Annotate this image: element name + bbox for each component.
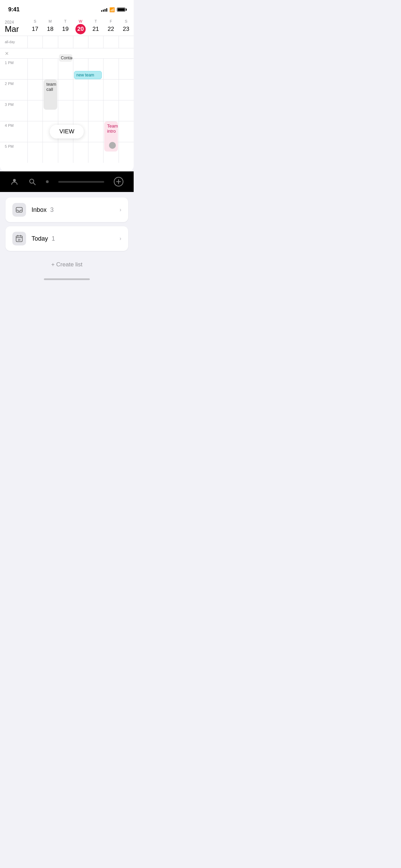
create-list-card[interactable]: + Create list <box>5 255 128 274</box>
day-col-0[interactable]: S17 <box>27 19 42 34</box>
event-contact[interactable]: Contac <box>59 54 72 62</box>
day-cell-2pm-3 <box>73 80 88 100</box>
day-cell-1pm-0 <box>27 59 42 79</box>
tab-add-icon[interactable] <box>114 177 123 186</box>
day-col-3[interactable]: W20 <box>73 19 88 34</box>
allday-label: all-day <box>0 36 27 48</box>
day-cell-2pm-0 <box>27 80 42 100</box>
day-cell-4pm-0 <box>27 121 42 142</box>
event-team-intro-avatar <box>109 142 116 149</box>
view-button[interactable]: VIEW <box>50 125 84 138</box>
day-col-4[interactable]: T21 <box>88 19 103 34</box>
day-number-6: 23 <box>121 24 131 34</box>
day-letter-6: S <box>125 19 127 23</box>
day-cell-4pm-6 <box>119 121 134 142</box>
allday-cell-1 <box>42 36 58 48</box>
svg-text:20: 20 <box>18 239 21 241</box>
inbox-card-left: Inbox 3 <box>12 203 54 217</box>
status-icons: 📶 <box>101 7 125 12</box>
day-cell-5pm-1 <box>42 142 58 163</box>
collapse-icon[interactable]: ✕ <box>5 51 9 56</box>
day-cell-1pm-5 <box>103 59 118 79</box>
today-name: Today <box>32 235 48 242</box>
allday-cell-0 <box>27 36 42 48</box>
tab-person-icon[interactable] <box>10 178 19 186</box>
today-card[interactable]: 20 Today 1 › <box>5 226 128 251</box>
day-col-6[interactable]: S23 <box>119 19 134 34</box>
day-cell-2pm-6 <box>119 80 134 100</box>
day-cell-3pm-0 <box>27 100 42 121</box>
day-cell-2pm-2 <box>58 80 73 100</box>
today-card-left: 20 Today 1 <box>12 232 55 245</box>
day-number-5: 22 <box>106 24 116 34</box>
day-cell-2pm-1: teamcall <box>42 80 58 100</box>
day-cell-2pm-5 <box>103 80 118 100</box>
day-col-5[interactable]: F22 <box>103 19 118 34</box>
allday-cells <box>27 36 134 48</box>
home-indicator <box>0 274 134 288</box>
allday-cell-6 <box>119 36 134 48</box>
tab-search-icon[interactable] <box>28 178 36 186</box>
day-letter-2: T <box>64 19 66 23</box>
day-cell-1pm-3: new team <box>73 59 88 79</box>
day-cell-2pm-4 <box>88 80 103 100</box>
allday-cell-3 <box>73 36 88 48</box>
today-label-group: Today 1 <box>32 235 55 242</box>
inbox-card[interactable]: Inbox 3 › <box>5 197 128 222</box>
day-cell-3pm-4 <box>88 100 103 121</box>
time-row-4pm: 4 PM Teamintro VIEW <box>0 121 134 142</box>
calendar-grid: ✕ Contac 1 PM <box>0 48 134 171</box>
home-indicator-bar <box>44 278 90 280</box>
inbox-icon <box>12 203 26 217</box>
today-chevron: › <box>120 236 121 242</box>
time-label-4pm: 4 PM <box>0 121 27 128</box>
day-number-1: 18 <box>45 24 55 34</box>
day-cells-2pm: teamcall <box>27 80 134 100</box>
day-cells-1pm: new team <box>27 59 134 79</box>
event-team-intro[interactable]: Teamintro <box>104 121 118 152</box>
event-team-call[interactable]: teamcall <box>44 80 57 110</box>
status-bar: 9:41 📶 <box>0 0 134 16</box>
day-cell-3pm-3 <box>73 100 88 121</box>
today-count: 1 <box>52 235 55 242</box>
day-cell-1pm-2 <box>58 59 73 79</box>
time-label-5pm: 5 PM <box>0 142 27 148</box>
allday-cell-4 <box>88 36 103 48</box>
inbox-name: Inbox <box>32 206 47 213</box>
day-cell-5pm-4 <box>88 142 103 163</box>
day-number-3: 20 <box>75 24 86 34</box>
inbox-label: Inbox 3 <box>32 206 54 214</box>
svg-rect-6 <box>16 207 22 212</box>
day-cell-5pm-6 <box>119 142 134 163</box>
allday-row: all-day <box>0 36 134 48</box>
svg-point-0 <box>13 179 16 182</box>
allday-cell-2 <box>58 36 73 48</box>
time-row-3pm: 3 PM <box>0 100 134 121</box>
day-cell-5pm-0 <box>27 142 42 163</box>
day-letter-4: T <box>95 19 97 23</box>
tab-dot <box>46 180 49 183</box>
time-row-2pm: 2 PM teamcall <box>0 79 134 100</box>
day-col-2[interactable]: T19 <box>58 19 73 34</box>
day-cell-3pm-5 <box>103 100 118 121</box>
day-cell-5pm-3 <box>73 142 88 163</box>
week-header: 2024 Mar S17M18T19W20T21F22S23 <box>0 16 134 36</box>
time-label-3pm: 3 PM <box>0 100 27 107</box>
tab-bar <box>0 171 134 192</box>
day-letter-3: W <box>79 19 82 23</box>
create-list-label: + Create list <box>51 261 82 268</box>
month-label: Mar <box>5 25 27 34</box>
allday-cell-5 <box>103 36 118 48</box>
day-letter-0: S <box>34 19 36 23</box>
year-label: 2024 <box>5 20 27 25</box>
day-number-4: 21 <box>90 24 101 34</box>
day-cell-5pm-2 <box>58 142 73 163</box>
signal-icon <box>101 8 107 12</box>
event-new-team[interactable]: new team <box>74 71 102 79</box>
day-col-1[interactable]: M18 <box>42 19 58 34</box>
inbox-chevron: › <box>120 207 121 213</box>
today-icon: 20 <box>12 232 26 245</box>
day-cell-3pm-2 <box>58 100 73 121</box>
home-indicator-inline <box>58 181 104 183</box>
day-cell-3pm-6 <box>119 100 134 121</box>
